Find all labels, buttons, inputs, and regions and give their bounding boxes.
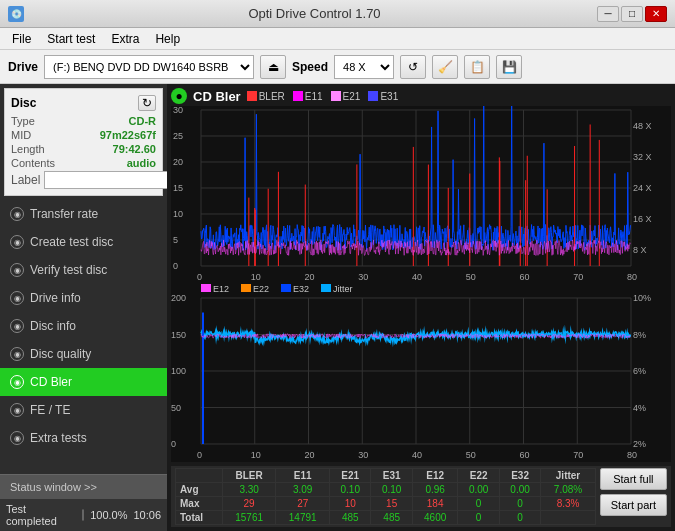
stats-area: BLER E11 E21 E31 E12 E22 E32 Jitter [175, 468, 667, 525]
drive-selector[interactable]: (F:) BENQ DVD DD DW1640 BSRB [44, 55, 254, 79]
legend-label-e31: E31 [380, 91, 398, 102]
sidebar-item-cd-bler[interactable]: ◉ CD Bler [0, 368, 167, 396]
status-window-label: Status window >> [10, 481, 97, 493]
disc-length-label: Length [11, 143, 45, 155]
stats-col-e31: E31 [371, 469, 412, 483]
stats-col-e32: E32 [499, 469, 540, 483]
progress-pct: 100.0% [90, 509, 127, 521]
bottom-section: BLER E11 E21 E31 E12 E22 E32 Jitter [171, 466, 671, 527]
maximize-button[interactable]: □ [621, 6, 643, 22]
sidebar-item-fe-te[interactable]: ◉ FE / TE [0, 396, 167, 424]
time-display: 10:06 [133, 509, 161, 521]
stats-max-jitter: 8.3% [541, 497, 595, 511]
menu-bar: File Start test Extra Help [0, 28, 675, 50]
disc-label-input[interactable] [44, 171, 173, 189]
sidebar-label-create-test-disc: Create test disc [30, 235, 113, 249]
disc-type-value: CD-R [129, 115, 157, 127]
legend-color-e21 [331, 91, 341, 101]
legend-e11: E11 [293, 91, 323, 102]
sidebar-label-fe-te: FE / TE [30, 403, 70, 417]
charts-container [171, 106, 671, 466]
speed-selector[interactable]: 48 X [334, 55, 394, 79]
disc-length-value: 79:42.60 [113, 143, 156, 155]
top-chart [171, 106, 671, 284]
eject-button[interactable]: ⏏ [260, 55, 286, 79]
stats-max-e32: 0 [499, 497, 540, 511]
stats-avg-e12: 0.96 [412, 483, 458, 497]
extra-tests-icon: ◉ [10, 431, 24, 445]
sidebar-item-verify-test-disc[interactable]: ◉ Verify test disc [0, 256, 167, 284]
drive-label: Drive [8, 60, 38, 74]
stats-total-bler: 15761 [222, 511, 276, 525]
test-completed-bar: Test completed 100.0% 10:06 [0, 499, 167, 531]
stats-max-e12: 184 [412, 497, 458, 511]
save-button[interactable]: 💾 [496, 55, 522, 79]
refresh-button[interactable]: ↺ [400, 55, 426, 79]
stats-max-e22: 0 [458, 497, 499, 511]
stats-table-wrap: BLER E11 E21 E31 E12 E22 E32 Jitter [175, 468, 596, 525]
main-layout: Disc ↻ Type CD-R MID 97m22s67f Length 79… [0, 84, 675, 531]
disc-quality-icon: ◉ [10, 347, 24, 361]
legend-e31: E31 [368, 91, 398, 102]
stats-avg-label: Avg [176, 483, 223, 497]
sidebar-item-extra-tests[interactable]: ◉ Extra tests [0, 424, 167, 452]
stats-col-e11: E11 [276, 469, 330, 483]
disc-type-label: Type [11, 115, 35, 127]
stats-total-label: Total [176, 511, 223, 525]
sidebar: Disc ↻ Type CD-R MID 97m22s67f Length 79… [0, 84, 167, 531]
stats-row-max: Max 29 27 10 15 184 0 0 8.3% [176, 497, 596, 511]
menu-help[interactable]: Help [147, 30, 188, 48]
stats-total-jitter [541, 511, 595, 525]
clear-button[interactable]: 🧹 [432, 55, 458, 79]
status-window-button[interactable]: Status window >> [0, 474, 167, 499]
sidebar-item-transfer-rate[interactable]: ◉ Transfer rate [0, 200, 167, 228]
sidebar-label-drive-info: Drive info [30, 291, 81, 305]
legend-color-bler [247, 91, 257, 101]
stats-total-e22: 0 [458, 511, 499, 525]
menu-extra[interactable]: Extra [103, 30, 147, 48]
stats-max-e21: 10 [330, 497, 371, 511]
menu-start-test[interactable]: Start test [39, 30, 103, 48]
sidebar-label-transfer-rate: Transfer rate [30, 207, 98, 221]
close-button[interactable]: ✕ [645, 6, 667, 22]
sidebar-label-extra-tests: Extra tests [30, 431, 87, 445]
legend-bler: BLER [247, 91, 285, 102]
speed-label: Speed [292, 60, 328, 74]
chart-header: ● CD Bler BLER E11 E21 E31 [171, 88, 671, 104]
stats-avg-e22: 0.00 [458, 483, 499, 497]
disc-title: Disc [11, 96, 36, 110]
chart-title: CD Bler [193, 89, 241, 104]
start-full-button[interactable]: Start full [600, 468, 667, 490]
stats-max-e31: 15 [371, 497, 412, 511]
stats-total-e32: 0 [499, 511, 540, 525]
stats-col-e21: E21 [330, 469, 371, 483]
disc-refresh-button[interactable]: ↻ [138, 95, 156, 111]
transfer-rate-icon: ◉ [10, 207, 24, 221]
legend-color-e31 [368, 91, 378, 101]
start-part-button[interactable]: Start part [600, 494, 667, 516]
create-test-disc-icon: ◉ [10, 235, 24, 249]
sidebar-item-create-test-disc[interactable]: ◉ Create test disc [0, 228, 167, 256]
sidebar-label-verify-test-disc: Verify test disc [30, 263, 107, 277]
stats-table: BLER E11 E21 E31 E12 E22 E32 Jitter [175, 468, 596, 525]
sidebar-item-disc-quality[interactable]: ◉ Disc quality [0, 340, 167, 368]
stats-avg-e11: 3.09 [276, 483, 330, 497]
stats-avg-bler: 3.30 [222, 483, 276, 497]
content-area: ● CD Bler BLER E11 E21 E31 [167, 84, 675, 531]
sidebar-item-disc-info[interactable]: ◉ Disc info [0, 312, 167, 340]
copy-button[interactable]: 📋 [464, 55, 490, 79]
disc-label-label: Label [11, 173, 40, 187]
stats-max-bler: 29 [222, 497, 276, 511]
sidebar-item-drive-info[interactable]: ◉ Drive info [0, 284, 167, 312]
minimize-button[interactable]: ─ [597, 6, 619, 22]
disc-contents-value: audio [127, 157, 156, 169]
stats-avg-e21: 0.10 [330, 483, 371, 497]
legend-e21: E21 [331, 91, 361, 102]
menu-file[interactable]: File [4, 30, 39, 48]
stats-avg-jitter: 7.08% [541, 483, 595, 497]
chart-icon: ● [171, 88, 187, 104]
legend-label-e11: E11 [305, 91, 323, 102]
window-controls: ─ □ ✕ [597, 6, 667, 22]
verify-test-disc-icon: ◉ [10, 263, 24, 277]
legend-label-bler: BLER [259, 91, 285, 102]
